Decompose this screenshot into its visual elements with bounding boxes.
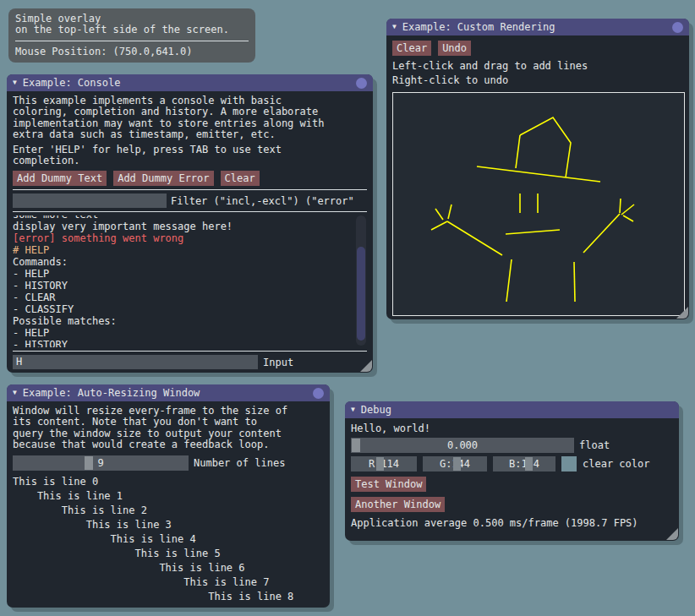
canvas-hint-2: Right-click to undo <box>392 74 683 88</box>
close-icon[interactable] <box>672 22 683 33</box>
slider-value: 9 <box>97 457 103 469</box>
close-icon[interactable] <box>313 388 324 399</box>
auto-resize-line: This is line 2 <box>13 504 324 518</box>
slider-grab[interactable] <box>525 457 533 471</box>
scrollbar[interactable] <box>356 215 366 346</box>
number-of-lines-label: Number of lines <box>194 457 285 469</box>
collapse-arrow-icon[interactable]: ▼ <box>13 384 17 401</box>
r-value: R:114 <box>369 458 399 470</box>
test-window-button[interactable]: Test Window <box>351 477 426 492</box>
collapse-arrow-icon[interactable]: ▼ <box>351 401 355 418</box>
add-dummy-text-button[interactable]: Add Dummy Text <box>13 171 107 186</box>
collapse-arrow-icon[interactable]: ▼ <box>13 74 17 91</box>
custom-rendering-title: Example: Custom Rendering <box>402 21 555 33</box>
overlay-separator <box>15 41 249 41</box>
window-console: ▼ Example: Console This example implemen… <box>7 74 373 373</box>
b-value: B:154 <box>509 458 539 470</box>
window-auto-resizing: ▼ Example: Auto-Resizing Window Window w… <box>7 384 330 608</box>
console-log-line: - CLEAR <box>13 292 353 303</box>
window-custom-rendering: ▼ Example: Custom Rendering Clear Undo L… <box>386 19 689 319</box>
scrollbar-thumb[interactable] <box>357 247 365 341</box>
filter-label: Filter ("incl,-excl") ("error" <box>171 195 354 207</box>
auto-resize-line: This is line 7 <box>13 575 324 590</box>
console-log[interactable]: some more text display very important me… <box>13 215 368 347</box>
auto-resize-line: This is line 4 <box>13 532 324 547</box>
custom-rendering-titlebar[interactable]: ▼ Example: Custom Rendering <box>386 19 689 35</box>
another-window-button[interactable]: Another Window <box>351 497 445 512</box>
console-intro-text: This example implements a console with b… <box>13 95 367 141</box>
console-log-line: Commands: <box>13 256 353 268</box>
console-log-line: display very important message here! <box>13 221 353 232</box>
clear-color-swatch[interactable] <box>561 456 577 472</box>
auto-resize-line: This is line 8 <box>13 590 324 604</box>
console-log-line: - HISTORY <box>13 280 353 292</box>
console-log-line: # HELP <box>13 244 353 256</box>
fps-text: Application average 0.500 ms/frame (1998… <box>351 517 673 529</box>
overlay-text: Simple overlay on the top-left side of t… <box>15 14 249 36</box>
slider-grab[interactable] <box>352 439 360 452</box>
command-input[interactable]: H <box>13 355 258 369</box>
mouse-position-text: Mouse Position: (750.0,641.0) <box>15 46 249 57</box>
slider-grab[interactable] <box>376 457 384 471</box>
clear-button[interactable]: Clear <box>221 171 260 186</box>
float-slider[interactable]: 0.000 <box>351 438 574 453</box>
auto-resize-line: This is line 3 <box>13 518 324 532</box>
auto-resize-line: This is line 6 <box>13 561 324 575</box>
auto-resizing-description: Window will resize every-frame to the si… <box>13 406 324 451</box>
auto-resize-line: This is line 1 <box>13 489 324 504</box>
console-log-line: - HISTORY <box>13 339 353 347</box>
close-icon[interactable] <box>356 78 367 89</box>
console-log-line: [error] something went wrong <box>13 232 353 244</box>
console-log-line: - HELP <box>13 327 353 339</box>
simple-overlay: Simple overlay on the top-left side of t… <box>8 8 255 63</box>
canvas-hint-1: Left-click and drag to add lines <box>392 59 683 74</box>
number-of-lines-slider[interactable]: 9 <box>13 455 189 471</box>
auto-resize-line: This is line 0 <box>13 475 324 489</box>
filter-input[interactable] <box>13 194 167 208</box>
canvas-clear-button[interactable]: Clear <box>392 41 431 56</box>
console-log-line: - HELP <box>13 268 353 280</box>
debug-titlebar[interactable]: ▼ Debug <box>345 401 679 418</box>
auto-resizing-titlebar[interactable]: ▼ Example: Auto-Resizing Window <box>7 384 330 401</box>
float-label: float <box>579 439 610 451</box>
console-titlebar[interactable]: ▼ Example: Console <box>7 74 373 91</box>
canvas-undo-button[interactable]: Undo <box>438 41 471 56</box>
separator <box>13 351 367 352</box>
window-debug: ▼ Debug Hello, world! 0.000 float R:114 … <box>345 401 679 541</box>
input-label: Input <box>263 357 293 368</box>
float-slider-value: 0.000 <box>447 439 478 451</box>
separator <box>13 211 367 212</box>
slider-grab[interactable] <box>85 456 93 470</box>
separator <box>13 189 367 190</box>
debug-title: Debug <box>361 404 391 416</box>
clear-color-b-slider[interactable]: B:154 <box>493 456 555 472</box>
clear-color-label: clear color <box>583 458 649 470</box>
add-dummy-error-button[interactable]: Add Dummy Error <box>113 171 213 186</box>
collapse-arrow-icon[interactable]: ▼ <box>392 19 397 35</box>
clear-color-r-slider[interactable]: R:114 <box>351 456 417 472</box>
console-title: Example: Console <box>23 77 121 89</box>
auto-resizing-title: Example: Auto-Resizing Window <box>23 387 200 399</box>
console-hint-text: Enter 'HELP' for help, press TAB to use … <box>13 144 367 167</box>
drawing-canvas[interactable] <box>392 92 685 316</box>
console-log-line: - CLASSIFY <box>13 303 353 315</box>
hello-world-text: Hello, world! <box>351 422 673 434</box>
auto-resize-line: This is line 5 <box>13 547 324 561</box>
clear-color-g-slider[interactable]: G:144 <box>423 456 487 472</box>
console-log-line: Possible matches: <box>13 315 353 327</box>
slider-grab[interactable] <box>453 457 461 471</box>
